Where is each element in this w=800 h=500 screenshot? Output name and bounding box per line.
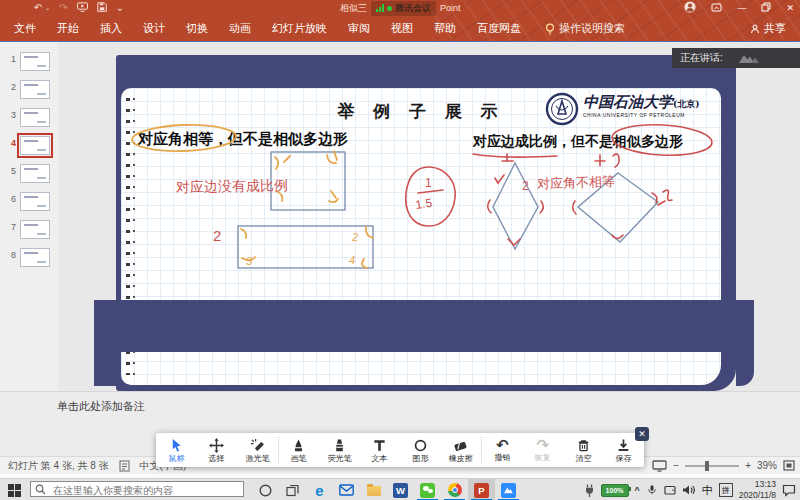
- word-button[interactable]: W: [387, 479, 414, 500]
- thumb-preview[interactable]: [20, 136, 50, 155]
- thumbnail-slide-6[interactable]: 6: [0, 192, 58, 214]
- account-avatar[interactable]: [684, 1, 696, 15]
- tell-me-search[interactable]: 操作说明搜索: [545, 21, 625, 36]
- thumb-preview[interactable]: [20, 248, 50, 267]
- taskbar-clock[interactable]: 13:13 2020/11/8: [739, 479, 776, 500]
- annotation-toolbar-close-icon[interactable]: ✕: [635, 427, 649, 441]
- device-icon[interactable]: [664, 484, 676, 496]
- save-icon[interactable]: [97, 2, 107, 14]
- tab-view[interactable]: 视图: [391, 21, 413, 36]
- chrome-button[interactable]: [441, 479, 468, 500]
- cursor-icon: [169, 438, 184, 453]
- tab-design[interactable]: 设计: [143, 21, 165, 36]
- undo-dropdown-icon[interactable]: ⌄: [44, 4, 50, 12]
- zoom-in-button[interactable]: +: [745, 460, 751, 471]
- tab-help[interactable]: 帮助: [434, 21, 456, 36]
- thumbnail-slide-2[interactable]: 2: [0, 80, 58, 102]
- thumbnail-slide-3[interactable]: 3: [0, 108, 58, 130]
- tool-shape[interactable]: 图形: [400, 433, 441, 467]
- action-center-icon[interactable]: [782, 484, 796, 497]
- microphone-icon[interactable]: [646, 483, 658, 497]
- slideshow-view-icon[interactable]: [652, 460, 667, 472]
- ribbon-display-options-icon[interactable]: [711, 2, 722, 15]
- mail-button[interactable]: [333, 479, 360, 500]
- tool-undo[interactable]: ↶ 撤销: [482, 433, 523, 467]
- tool-laser-pointer[interactable]: 激光笔: [237, 433, 278, 467]
- cortana-button[interactable]: [252, 479, 279, 500]
- tab-review[interactable]: 审阅: [348, 21, 370, 36]
- orange-ink-digits: 2 3 4: [246, 231, 358, 267]
- tool-highlighter[interactable]: 荧光笔: [319, 433, 360, 467]
- zoom-slider-handle[interactable]: [705, 461, 709, 471]
- zoom-percentage[interactable]: 39%: [757, 460, 777, 471]
- search-input[interactable]: [51, 482, 243, 498]
- taskbar-search[interactable]: [30, 481, 244, 497]
- zoom-slider[interactable]: [685, 465, 739, 467]
- thumbnail-slide-1[interactable]: 1: [0, 52, 58, 74]
- power-plug-icon[interactable]: [584, 484, 595, 497]
- ime-language-indicator[interactable]: 中: [702, 483, 713, 498]
- share-button[interactable]: 共享: [750, 21, 786, 36]
- powerpoint-button-active[interactable]: P: [468, 479, 495, 500]
- thumb-preview[interactable]: [20, 108, 50, 127]
- meeting-mini-label: 腾讯会议: [395, 2, 431, 15]
- tencent-meeting-button[interactable]: [495, 479, 522, 500]
- circle-shape-icon: [413, 438, 428, 453]
- tab-transitions[interactable]: 切换: [186, 21, 208, 36]
- meeting-speaking-overlay[interactable]: 正在讲话:: [672, 48, 800, 68]
- zoom-out-button[interactable]: −: [673, 460, 679, 471]
- start-button[interactable]: [8, 484, 21, 497]
- tab-file[interactable]: 文件: [14, 21, 36, 36]
- battery-indicator[interactable]: 100%: [601, 484, 629, 497]
- notes-icon[interactable]: [119, 460, 130, 472]
- hidden-icons-chevron[interactable]: ^: [635, 485, 640, 495]
- speaker-icon[interactable]: [682, 484, 696, 496]
- tool-clear-all[interactable]: 清空: [563, 433, 604, 467]
- tab-slideshow[interactable]: 幻灯片放映: [272, 21, 327, 36]
- tab-animations[interactable]: 动画: [229, 21, 251, 36]
- ime-mode-indicator[interactable]: 拼: [719, 483, 733, 497]
- task-view-button[interactable]: [279, 479, 306, 500]
- slide-thumbnail-panel: 1 2 3 4 5 6 7 8: [0, 42, 58, 391]
- edge-button[interactable]: e: [306, 479, 333, 500]
- tool-select[interactable]: 选择: [197, 433, 238, 467]
- thumb-preview[interactable]: [20, 220, 50, 239]
- laser-pen-icon: [250, 438, 265, 453]
- meeting-mini-bar[interactable]: 腾讯会议: [371, 1, 436, 16]
- thumb-preview[interactable]: [20, 80, 50, 99]
- thumbnail-slide-8[interactable]: 8: [0, 248, 58, 270]
- ribbon-tabs: 文件 开始 插入 设计 切换 动画 幻灯片放映 审阅 视图 帮助 百度网盘 操作…: [0, 16, 800, 41]
- tab-baidu-netdisk[interactable]: 百度网盘: [477, 21, 521, 36]
- restore-button[interactable]: [761, 2, 771, 14]
- fit-to-window-icon[interactable]: [783, 460, 795, 471]
- thumb-preview[interactable]: [20, 164, 50, 183]
- thumbnail-slide-7[interactable]: 7: [0, 220, 58, 242]
- tool-mouse[interactable]: 鼠标: [156, 433, 197, 467]
- file-explorer-button[interactable]: [360, 479, 387, 500]
- qat-customize-icon[interactable]: ⌄: [116, 3, 124, 13]
- tool-eraser[interactable]: 橡皮擦: [441, 433, 482, 467]
- tab-home[interactable]: 开始: [57, 21, 79, 36]
- thumb-number: 8: [0, 250, 20, 260]
- thumb-preview[interactable]: [20, 192, 50, 211]
- tool-pen[interactable]: 画笔: [279, 433, 320, 467]
- thumb-number: 7: [0, 222, 20, 232]
- start-slideshow-icon[interactable]: [77, 2, 88, 14]
- shape-rhombus[interactable]: [493, 163, 538, 249]
- redo-icon[interactable]: ↷: [59, 3, 67, 13]
- undo-icon[interactable]: ↶: [34, 3, 42, 13]
- thumbnail-slide-5[interactable]: 5: [0, 164, 58, 186]
- thumb-number: 2: [0, 82, 20, 92]
- wechat-button[interactable]: [414, 479, 441, 500]
- tool-text[interactable]: 文本: [360, 433, 401, 467]
- thumbnail-slide-4-selected[interactable]: 4: [0, 136, 58, 158]
- share-label: 共享: [764, 21, 786, 36]
- tab-insert[interactable]: 插入: [100, 21, 122, 36]
- thumb-preview[interactable]: [20, 52, 50, 71]
- window-title-right: Point: [440, 3, 461, 13]
- slide-design-band: [94, 300, 754, 352]
- close-button[interactable]: ✕: [786, 3, 794, 13]
- window-border-line: [0, 41, 800, 42]
- minimize-button[interactable]: —: [737, 3, 746, 13]
- notes-placeholder[interactable]: 单击此处添加备注: [57, 399, 145, 414]
